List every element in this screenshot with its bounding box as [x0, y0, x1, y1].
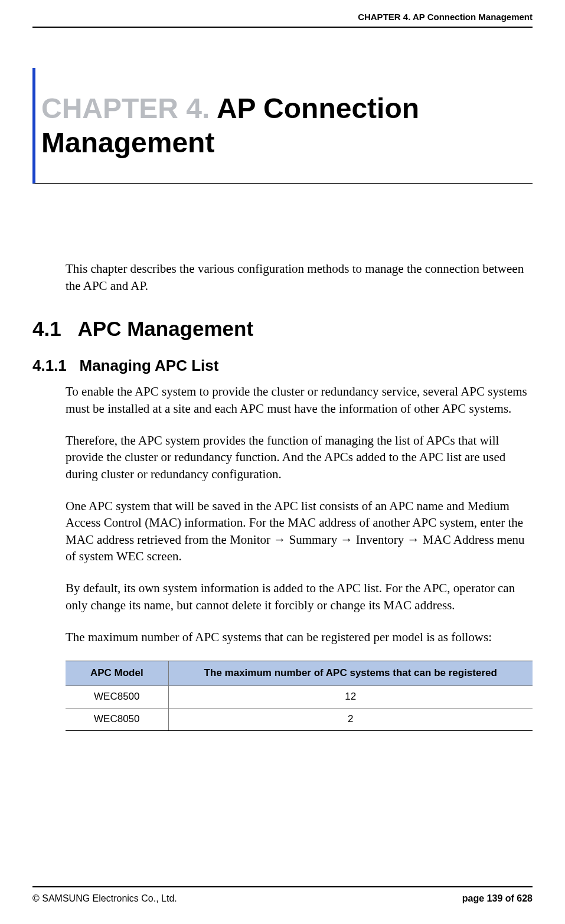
cell-max: 12: [168, 686, 533, 708]
table-header-row: APC Model The maximum number of APC syst…: [66, 661, 533, 686]
chapter-title-block: CHAPTER 4. AP Connection Management: [32, 68, 533, 184]
section-4-1-heading: 4.1 APC Management: [32, 315, 533, 342]
chapter-number: CHAPTER 4.: [41, 93, 210, 124]
table-row: WEC8050 2: [66, 708, 533, 731]
table-header-max: The maximum number of APC systems that c…: [168, 661, 533, 686]
arrow-icon: →: [273, 533, 286, 546]
cell-max: 2: [168, 708, 533, 731]
arrow-icon: →: [407, 533, 420, 546]
apc-model-table: APC Model The maximum number of APC syst…: [66, 661, 533, 731]
body-para-3: One APC system that will be saved in the…: [66, 498, 533, 564]
page-container: CHAPTER 4. AP Connection Management CHAP…: [0, 0, 565, 924]
table-row: WEC8500 12: [66, 686, 533, 708]
section-4-1-1-heading: 4.1.1 Managing APC List: [32, 355, 533, 376]
cell-model: WEC8500: [66, 686, 168, 708]
footer-page-number: page 139 of 628: [462, 893, 533, 904]
body-para-5: The maximum number of APC systems that c…: [66, 629, 533, 645]
page-footer: © SAMSUNG Electronics Co., Ltd. page 139…: [32, 886, 533, 904]
cell-model: WEC8050: [66, 708, 168, 731]
body-para-1: To enable the APC system to provide the …: [66, 383, 533, 417]
subsection-number: 4.1.1: [32, 357, 67, 374]
body-para-2: Therefore, the APC system provides the f…: [66, 432, 533, 482]
section-title: APC Management: [78, 317, 254, 340]
arrow-icon: →: [340, 533, 352, 546]
footer-copyright: © SAMSUNG Electronics Co., Ltd.: [32, 893, 177, 904]
subsection-title: Managing APC List: [80, 357, 219, 374]
para3-part3: Inventory: [352, 533, 407, 547]
section-number: 4.1: [32, 317, 61, 340]
content-area: This chapter describes the various confi…: [32, 184, 533, 731]
chapter-heading: CHAPTER 4. AP Connection Management: [41, 92, 533, 159]
body-para-4: By default, its own system information i…: [66, 580, 533, 613]
table-header-model: APC Model: [66, 661, 168, 686]
header-divider: [32, 27, 533, 28]
running-header: CHAPTER 4. AP Connection Management: [32, 12, 533, 27]
para3-part2: Summary: [286, 533, 340, 547]
intro-paragraph: This chapter describes the various confi…: [66, 260, 533, 294]
